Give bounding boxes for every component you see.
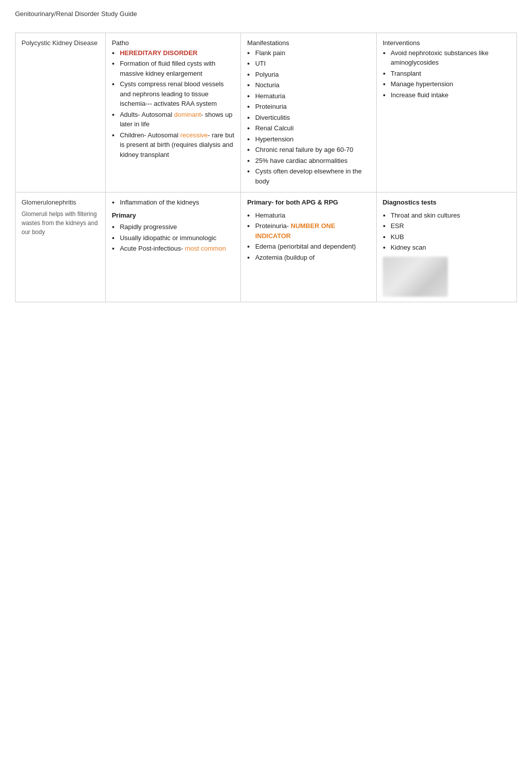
list-item: ESR [391,221,510,231]
recessive-text: recessive [180,131,208,139]
disease-name: Glomerulonephritis [22,198,99,208]
interventions-cell-pkd: Interventions Avoid nephrotoxic substanc… [376,33,516,192]
list-item: Proteinuria- NUMBER ONE INDICATOR [255,221,370,241]
list-item: Acute Post-infectious- most common [120,244,234,254]
list-item: Increase fluid intake [391,90,510,100]
patho-header: Patho [112,38,234,48]
list-item: Nocturia [255,80,370,90]
disease-cell-glom: Glomerulonephritis Glomeruli helps with … [16,192,106,302]
dominant-text: dominant [174,111,201,118]
diagnostics-cell-glom: Diagnostics tests Throat and skin cultur… [376,192,516,302]
list-item: Cysts often develop elsewhere in the bod… [255,166,370,186]
disease-subtitle: Glomeruli helps with filtering wastes fr… [22,210,99,237]
list-item: UTI [255,59,370,69]
manifestations-list-pkd: Flank pain UTI Polyuria Nocturia Hematur… [247,48,370,186]
page-title: Genitourinary/Renal Disorder Study Guide [15,10,517,18]
list-item: Polyuria [255,70,370,80]
list-item: Flank pain [255,48,370,58]
manifestations-list-glom: Hematuria Proteinuria- NUMBER ONE INDICA… [247,211,370,263]
manifestations-header: Manifestations [247,38,370,48]
list-item: Avoid nephrotoxic substances like aminog… [391,48,510,68]
patho-cell-pkd: Patho HEREDITARY DISORDER Formation of f… [106,33,241,192]
patho-list-pkd: HEREDITARY DISORDER Formation of fluid f… [112,48,234,160]
list-item: Hematuria [255,91,370,101]
list-item: Hematuria [255,211,370,221]
list-item: Inflammation of the kidneys [120,198,234,208]
diagnostics-list-glom: Throat and skin cultures ESR KUB Kidney … [383,211,510,253]
list-item: Throat and skin cultures [391,211,510,221]
disease-name: Polycystic Kidney Disease [22,38,99,48]
list-item: Transplant [391,69,510,79]
list-item: Azotemia (buildup of [255,253,370,263]
manifestations-cell-pkd: Manifestations Flank pain UTI Polyuria N… [241,33,376,192]
disease-cell-pkd: Polycystic Kidney Disease [16,33,106,192]
patho-cell-glom: Inflammation of the kidneys Primary Rapi… [106,192,241,302]
interventions-header: Interventions [383,38,510,48]
list-item: 25% have cardiac abnormalities [255,156,370,166]
study-table: Polycystic Kidney Disease Patho HEREDITA… [15,33,517,302]
list-item: Proteinuria [255,102,370,112]
list-item: Edema (periorbital and dependent) [255,242,370,252]
primary-for-both-label: Primary- for both APG & RPG [247,198,370,208]
manifestations-cell-glom: Primary- for both APG & RPG Hematuria Pr… [241,192,376,302]
patho-item: Formation of fluid filled cysts with mas… [120,59,234,78]
list-item: Kidney scan [391,243,510,253]
patho-item: Adults- Autosomal dominant- shows up lat… [120,110,234,129]
patho-item: Children- Autosomal recessive- rare but … [120,130,234,160]
primary-label: Primary [112,211,234,221]
list-item: Manage hypertension [391,79,510,89]
list-item: Rapidly progressive [120,222,234,232]
patho-list-glom-primary: Rapidly progressive Usually idiopathic o… [112,222,234,254]
list-item: Hypertension [255,134,370,144]
patho-list-glom-intro: Inflammation of the kidneys [112,198,234,208]
list-item: Usually idiopathic or immunologic [120,233,234,243]
kidney-scan-image [383,257,448,297]
list-item: KUB [391,232,510,242]
patho-item: Cysts compress renal blood vessels and n… [120,79,234,109]
table-row: Glomerulonephritis Glomeruli helps with … [16,192,517,302]
list-item: Diverticulitis [255,113,370,123]
list-item: Chronic renal failure by age 60-70 [255,145,370,155]
most-common-text: most common [185,245,226,252]
interventions-list-pkd: Avoid nephrotoxic substances like aminog… [383,48,510,100]
hereditary-text: HEREDITARY DISORDER [120,49,197,57]
table-row: Polycystic Kidney Disease Patho HEREDITA… [16,33,517,192]
proteinuria-text: Proteinuria- [255,222,291,230]
patho-item: HEREDITARY DISORDER [120,48,234,58]
list-item: Renal Calculi [255,123,370,133]
diagnostics-header: Diagnostics tests [383,198,510,208]
